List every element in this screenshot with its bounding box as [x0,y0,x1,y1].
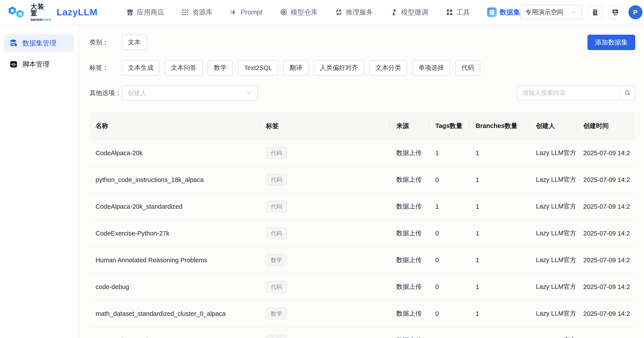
dataset-tag-cell: 数学 [260,254,390,266]
column-header-Tags数量: Tags数量 [429,122,470,130]
category-chip-文本[interactable]: 文本 [122,35,147,50]
dataset-source: 数据上传 [390,229,429,238]
nav-item-label: 模型仓库 [291,8,318,17]
dataset-branches-count: 1 [470,283,530,291]
table-row[interactable]: code-debug代码数据上传01Lazy LLM官方2025-07-09 1… [90,274,635,300]
dataset-name[interactable]: python_code_instructions_18k_alpaca [90,176,260,184]
tag-chip-文本问答[interactable]: 文本问答 [165,60,202,76]
table-row[interactable]: math_dataset_standardized_cluster_0_alpa… [90,300,635,327]
dataset-creator: Lazy LLM官方 [530,229,577,238]
sidebar-item-脚本管理[interactable]: 脚本管理 [4,55,74,73]
store-icon [126,8,134,16]
sidebar-item-label: 数据集管理 [22,39,56,48]
search-input[interactable] [517,86,620,100]
dataset-tag: 数学 [266,308,287,319]
dataset-tag: 代码 [266,201,287,213]
monitor-button[interactable] [608,5,622,19]
tag-chip-代码[interactable]: 代码 [455,60,480,76]
nav-item-推理服务[interactable]: 推理服务 [335,8,373,17]
dataset-name[interactable]: Human Annotated Reasoning Problems [90,257,260,264]
dataset-branches-count: 1 [470,203,530,210]
nav-item-模型微调[interactable]: 模型微调 [390,8,428,17]
nav-item-模型仓库[interactable]: 模型仓库 [280,8,318,17]
dataset-creator: Lazy LLM官方 [530,309,577,318]
column-header-创建人: 创建人 [530,122,577,130]
dataset-tag-cell: 代码 [260,147,390,159]
nav-item-数据集[interactable]: 数据集 [487,8,520,17]
resource-grid-icon [181,8,189,16]
table-row[interactable]: CodeExercise-Python-27k代码数据上传01Lazy LLM官… [90,220,635,247]
dataset-creator: Lazy LLM官方 [530,336,577,338]
top-bar: 大装置 sensecore LazyLLM 应用商店资源库Prompt模型仓库推… [0,0,644,25]
tag-chip-文本分类[interactable]: 文本分类 [369,60,407,76]
table-row[interactable]: CodeAlpaca-20k代码数据上传11Lazy LLM官方2025-07-… [90,140,635,166]
nav-item-label: Prompt [241,8,262,16]
dataset-tag-cell: 数学 [260,308,390,319]
tag-chip-翻译[interactable]: 翻译 [284,60,308,76]
tag-chip-文本生成[interactable]: 文本生成 [122,60,160,76]
workspace-select[interactable]: 专用演示空间 [520,5,582,20]
nav-item-Prompt[interactable]: Prompt [230,8,262,16]
column-header-名称: 名称 [90,122,260,130]
dataset-tags-count: 1 [429,149,470,157]
dataset-created-at: 2025-07-09 14:2 [577,149,635,157]
creator-placeholder: 创建人 [128,89,246,97]
sidebar-item-label: 脚本管理 [22,60,50,69]
tag-chip-人类偏好对齐[interactable]: 人类偏好对齐 [314,60,364,76]
search-button[interactable] [620,86,635,100]
database-icon [9,39,18,48]
model-hub-icon [280,8,288,16]
dataset-creator: Lazy LLM官方 [530,148,577,157]
dataset-name[interactable]: CodeAlpaca-20k_standardized [90,203,260,210]
dataset-tags-count: 0 [429,310,470,317]
table-row[interactable]: CodeAlpaca-20k_standardized代码数据上传11Lazy … [90,193,635,220]
dataset-tag: 代码 [266,147,287,159]
dataset-source: 数据上传 [390,256,429,264]
add-dataset-button[interactable]: 添加数据集 [588,35,635,50]
dataset-tag: 数学 [266,334,287,338]
chevron-down-icon [570,9,577,16]
dataset-tags-count: 0 [429,257,470,264]
dataset-name[interactable]: CodeExercise-Python-27k [90,230,260,237]
column-header-来源: 来源 [390,122,429,130]
table-header-row: 名称标签来源Tags数量Branches数量创建人创建时间 [90,112,635,140]
table-row[interactable]: DeepScaleR-Preview-Dataset数学数据上传01Lazy L… [90,327,635,338]
dataset-created-at: 2025-07-09 14:2 [577,230,635,237]
search-icon [624,89,631,96]
dataset-name[interactable]: math_dataset_standardized_cluster_0_alpa… [90,310,260,317]
avatar[interactable]: P [628,5,642,19]
dataset-tag: 代码 [266,227,287,239]
help-doc-button[interactable]: ? [588,5,602,19]
dataset-name[interactable]: code-debug [90,283,260,291]
dataset-source: 数据上传 [390,202,429,211]
table-row[interactable]: python_code_instructions_18k_alpaca代码数据上… [90,166,635,193]
table-row[interactable]: Human Annotated Reasoning Problems数学数据上传… [90,247,635,274]
nav-item-工具[interactable]: 工具 [446,8,470,17]
dataset-branches-count: 1 [470,230,530,237]
dataset-creator: Lazy LLM官方 [530,202,577,211]
nav-item-label: 推理服务 [346,8,373,17]
nav-item-应用商店[interactable]: 应用商店 [126,8,164,17]
sidebar: 数据集管理脚本管理 [0,25,78,338]
dataset-source: 数据上传 [390,175,429,184]
dataset-creator: Lazy LLM官方 [530,175,577,184]
dataset-tag: 代码 [266,281,287,293]
tag-chip-数学[interactable]: 数学 [208,60,233,76]
dataset-tags-count: 1 [429,203,470,210]
chevron-down-icon [246,90,252,96]
dataset-branches-count: 1 [470,310,530,317]
dataset-name[interactable]: CodeAlpaca-20k [90,149,260,157]
sidebar-item-数据集管理[interactable]: 数据集管理 [4,34,74,52]
nav-item-资源库[interactable]: 资源库 [181,8,212,17]
tag-chip-Text2SQL[interactable]: Text2SQL [238,60,278,76]
monitor-activity-icon [611,8,620,17]
dataset-tags-count: 0 [429,176,470,184]
datasets-table: 名称标签来源Tags数量Branches数量创建人创建时间 CodeAlpaca… [90,112,635,338]
dataset-source: 数据上传 [390,336,429,338]
creator-select[interactable]: 创建人 [122,86,258,100]
tag-chip-单项选择[interactable]: 单项选择 [412,60,450,76]
nav-item-label: 模型微调 [401,8,428,17]
dataset-icon [487,8,497,17]
dataset-name[interactable]: DeepScaleR-Preview-Dataset [90,337,260,338]
dataset-created-at: 2025-07-09 14:2 [577,283,635,291]
